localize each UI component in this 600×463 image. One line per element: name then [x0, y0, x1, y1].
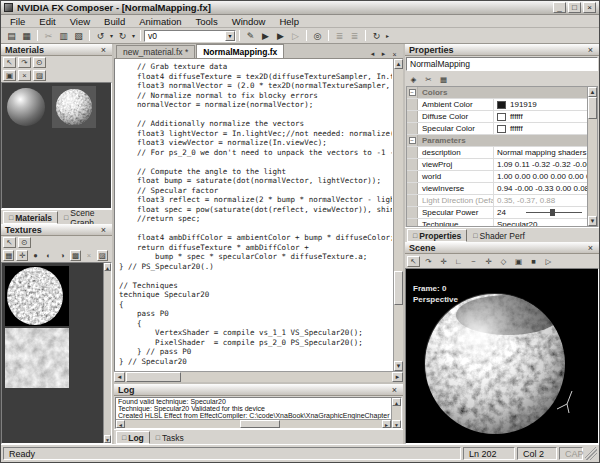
menu-item[interactable]: Window — [225, 15, 273, 28]
menu-item[interactable]: Edit — [32, 15, 62, 28]
close-button[interactable]: × — [583, 2, 596, 13]
editor-vertical-scrollbar[interactable]: ▲ ▼ — [393, 59, 403, 371]
menu-item[interactable]: File — [3, 15, 32, 28]
property-group-colors[interactable]: − Colors — [407, 87, 587, 99]
redo-icon[interactable]: ↻ — [115, 29, 130, 42]
restore-button[interactable]: □ — [568, 2, 581, 13]
tab-new-material[interactable]: new_material.fx * — [116, 45, 195, 58]
chevron-down-icon[interactable]: ▾ — [225, 31, 235, 41]
color-swatch[interactable] — [497, 101, 506, 109]
material-thumbnail-normalmapping[interactable] — [52, 86, 96, 128]
property-group-parameters[interactable]: − Parameters — [407, 135, 587, 147]
version-combo[interactable]: v0 ▾ — [144, 30, 236, 42]
scrollbar-thumb[interactable] — [126, 372, 181, 382]
snapshot-icon[interactable]: ▣ — [512, 256, 525, 267]
scroll-up-icon[interactable]: ▲ — [394, 59, 403, 69]
sphere-preview-icon[interactable]: ● — [30, 250, 41, 261]
frame-selection-icon[interactable]: ∟ — [452, 256, 465, 267]
close-icon[interactable]: × — [99, 46, 108, 54]
indent-icon[interactable]: ≣ — [347, 29, 362, 42]
play-icon[interactable]: ▷ — [542, 256, 555, 267]
orbit-icon[interactable]: ↷ — [422, 256, 435, 267]
texture-thumbnail-diffuse[interactable] — [5, 266, 69, 326]
close-icon[interactable]: × — [390, 386, 399, 394]
scroll-up-icon[interactable]: ▲ — [392, 398, 401, 406]
scene-viewport[interactable]: Frame: 0 Perspective — [405, 268, 599, 444]
rotate-icon[interactable]: ◇ — [497, 256, 510, 267]
log-horizontal-scrollbar[interactable]: ◄ ► — [116, 419, 391, 428]
image-view-icon[interactable]: ▩ — [70, 250, 81, 261]
property-value[interactable]: Normal mapping shaders for Xna... — [494, 147, 587, 158]
editor-horizontal-scrollbar[interactable]: ◄ ► — [114, 371, 403, 382]
scrollbar-thumb[interactable] — [394, 271, 403, 305]
scroll-down-icon[interactable]: ▼ — [392, 420, 401, 428]
property-value[interactable]: ffffff — [494, 123, 587, 134]
tab-close-icon[interactable]: × — [390, 51, 399, 58]
log-vertical-scrollbar[interactable]: ▲ ▼ — [391, 398, 401, 428]
properties-scrollbar[interactable]: ▲ ▼ — [587, 87, 597, 226]
stop-icon[interactable]: ■ — [527, 256, 540, 267]
scroll-up-icon[interactable]: ▲ — [588, 87, 597, 97]
minimize-button[interactable]: _ — [553, 2, 566, 13]
zoom-icon[interactable]: ⊙ — [33, 57, 46, 68]
select-icon[interactable]: ↖ — [3, 237, 16, 248]
scroll-right-icon[interactable]: ► — [382, 420, 391, 428]
resize-grip[interactable] — [585, 447, 597, 460]
property-value[interactable]: 1.00 0.00 0.00 0.00 0.00 0.00 1.00 0... — [494, 171, 587, 182]
menu-item[interactable]: Tools — [188, 15, 224, 28]
open-icon[interactable]: ▤ — [4, 29, 19, 42]
code-editor[interactable]: // Grab texture data float4 diffuseTextu… — [114, 59, 403, 371]
rendered-sphere[interactable] — [424, 293, 566, 435]
outdent-icon[interactable]: ≣ — [332, 29, 347, 42]
code-area[interactable]: // Grab texture data float4 diffuseTextu… — [119, 62, 392, 371]
specular-power-slider[interactable] — [526, 208, 582, 217]
scroll-down-icon[interactable]: ▼ — [394, 361, 403, 371]
connect-parameter-icon[interactable]: ◈ — [407, 74, 420, 85]
save-texture-icon[interactable]: ▦ — [3, 250, 14, 261]
scroll-left-icon[interactable]: ◄ — [116, 420, 125, 428]
select-icon[interactable]: ↖ — [3, 57, 16, 68]
close-icon[interactable]: × — [99, 226, 108, 234]
cut-parameter-icon[interactable]: ✂ — [422, 74, 435, 85]
find-icon[interactable]: ◎ — [310, 29, 325, 42]
redo-dropdown-icon[interactable]: ▾ — [130, 29, 137, 42]
copy-icon[interactable]: ▥ — [56, 29, 71, 42]
tab-scroll-right-icon[interactable]: ▸ — [379, 50, 388, 58]
property-value[interactable]: 24 — [494, 207, 587, 218]
tab-normalmapping[interactable]: NormalMapping.fx — [196, 44, 284, 58]
pan-icon[interactable]: ✛ — [437, 256, 450, 267]
log-content[interactable]: Found valid technique: Specular20Techniq… — [115, 397, 402, 429]
scroll-left-icon[interactable]: ◄ — [114, 372, 125, 382]
color-swatch[interactable] — [497, 113, 506, 121]
tab-log[interactable]: □ Log — [116, 431, 150, 444]
menu-item[interactable]: Animation — [132, 15, 188, 28]
tab-materials[interactable]: □ Materials — [3, 211, 58, 224]
property-value[interactable]: ffffff — [494, 111, 587, 122]
toolbar-overflow-icon[interactable]: ▸ — [384, 29, 391, 42]
save-parameters-icon[interactable]: ▦ — [437, 74, 450, 85]
scroll-up-icon[interactable]: ▲ — [104, 263, 111, 271]
import-material-icon[interactable]: ▣ — [3, 70, 16, 81]
undo-dropdown-icon[interactable]: ▾ — [108, 29, 115, 42]
color-swatch[interactable] — [497, 125, 506, 133]
slider-thumb[interactable] — [550, 209, 555, 216]
property-value[interactable]: 191919 — [494, 99, 587, 110]
spline-icon[interactable]: ~ — [467, 256, 480, 267]
tab-shader-perf[interactable]: □ Shader Perf — [467, 229, 531, 242]
textures-scrollbar[interactable]: ▲ ▼ — [103, 263, 111, 443]
zoom-icon[interactable]: ⊙ — [18, 237, 31, 248]
material-thumbnail-default[interactable] — [7, 88, 45, 126]
paste-icon[interactable]: ▧ — [71, 29, 86, 42]
close-icon[interactable]: × — [586, 244, 595, 252]
delete-material-icon[interactable]: × — [18, 70, 31, 81]
image-props-icon[interactable]: ▨ — [97, 250, 108, 261]
menu-item[interactable]: Build — [97, 15, 132, 28]
properties-selection-field[interactable]: NormalMapping — [406, 57, 598, 71]
build-icon[interactable]: ↻ — [369, 29, 384, 42]
scroll-right-icon[interactable]: ► — [392, 372, 403, 382]
sphere-lit-icon[interactable]: ◐ — [43, 250, 54, 261]
scroll-down-icon[interactable]: ▼ — [104, 435, 111, 443]
undo-icon[interactable]: ↺ — [93, 29, 108, 42]
orbit-icon[interactable]: ↷ — [18, 57, 31, 68]
select-icon[interactable]: ↖ — [407, 256, 420, 267]
